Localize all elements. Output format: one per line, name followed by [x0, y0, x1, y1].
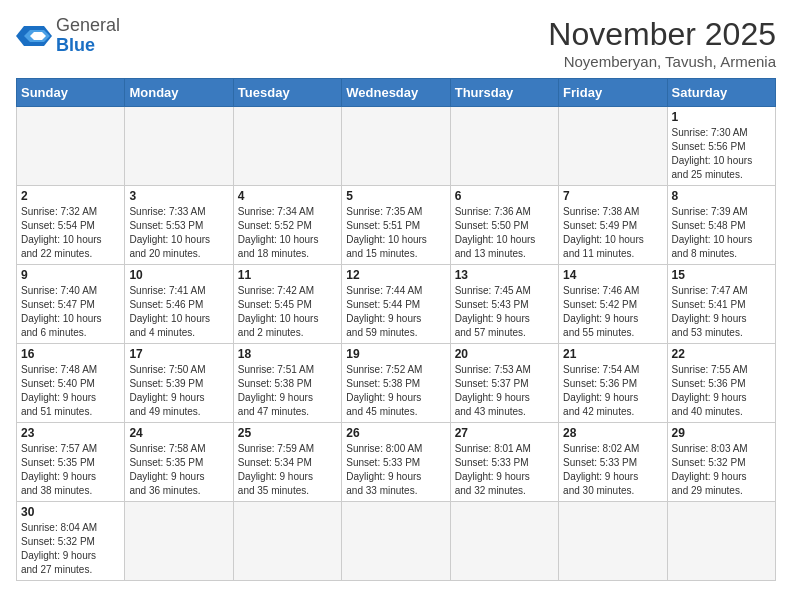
- day-number: 11: [238, 268, 337, 282]
- day-info: Sunrise: 7:34 AM Sunset: 5:52 PM Dayligh…: [238, 205, 337, 261]
- day-info: Sunrise: 8:04 AM Sunset: 5:32 PM Dayligh…: [21, 521, 120, 577]
- day-info: Sunrise: 7:35 AM Sunset: 5:51 PM Dayligh…: [346, 205, 445, 261]
- day-info: Sunrise: 7:52 AM Sunset: 5:38 PM Dayligh…: [346, 363, 445, 419]
- day-info: Sunrise: 7:40 AM Sunset: 5:47 PM Dayligh…: [21, 284, 120, 340]
- day-number: 21: [563, 347, 662, 361]
- day-number: 10: [129, 268, 228, 282]
- day-cell-28: 28Sunrise: 8:02 AM Sunset: 5:33 PM Dayli…: [559, 423, 667, 502]
- day-info: Sunrise: 7:44 AM Sunset: 5:44 PM Dayligh…: [346, 284, 445, 340]
- page-header: General Blue November 2025 Noyemberyan, …: [16, 16, 776, 70]
- day-info: Sunrise: 7:50 AM Sunset: 5:39 PM Dayligh…: [129, 363, 228, 419]
- day-number: 17: [129, 347, 228, 361]
- day-number: 3: [129, 189, 228, 203]
- day-number: 23: [21, 426, 120, 440]
- day-number: 13: [455, 268, 554, 282]
- weekday-header-friday: Friday: [559, 79, 667, 107]
- day-info: Sunrise: 8:03 AM Sunset: 5:32 PM Dayligh…: [672, 442, 771, 498]
- day-info: Sunrise: 8:00 AM Sunset: 5:33 PM Dayligh…: [346, 442, 445, 498]
- day-info: Sunrise: 7:58 AM Sunset: 5:35 PM Dayligh…: [129, 442, 228, 498]
- day-cell-16: 16Sunrise: 7:48 AM Sunset: 5:40 PM Dayli…: [17, 344, 125, 423]
- day-number: 2: [21, 189, 120, 203]
- day-cell-12: 12Sunrise: 7:44 AM Sunset: 5:44 PM Dayli…: [342, 265, 450, 344]
- day-cell-23: 23Sunrise: 7:57 AM Sunset: 5:35 PM Dayli…: [17, 423, 125, 502]
- empty-cell: [342, 107, 450, 186]
- day-cell-29: 29Sunrise: 8:03 AM Sunset: 5:32 PM Dayli…: [667, 423, 775, 502]
- empty-cell: [125, 107, 233, 186]
- calendar-row: 30Sunrise: 8:04 AM Sunset: 5:32 PM Dayli…: [17, 502, 776, 581]
- weekday-header-row: SundayMondayTuesdayWednesdayThursdayFrid…: [17, 79, 776, 107]
- empty-cell: [125, 502, 233, 581]
- day-cell-7: 7Sunrise: 7:38 AM Sunset: 5:49 PM Daylig…: [559, 186, 667, 265]
- day-info: Sunrise: 7:41 AM Sunset: 5:46 PM Dayligh…: [129, 284, 228, 340]
- empty-cell: [450, 502, 558, 581]
- logo: General Blue: [16, 16, 120, 56]
- day-number: 6: [455, 189, 554, 203]
- day-cell-30: 30Sunrise: 8:04 AM Sunset: 5:32 PM Dayli…: [17, 502, 125, 581]
- day-number: 4: [238, 189, 337, 203]
- day-cell-8: 8Sunrise: 7:39 AM Sunset: 5:48 PM Daylig…: [667, 186, 775, 265]
- empty-cell: [342, 502, 450, 581]
- day-cell-26: 26Sunrise: 8:00 AM Sunset: 5:33 PM Dayli…: [342, 423, 450, 502]
- day-info: Sunrise: 7:38 AM Sunset: 5:49 PM Dayligh…: [563, 205, 662, 261]
- day-info: Sunrise: 7:42 AM Sunset: 5:45 PM Dayligh…: [238, 284, 337, 340]
- day-cell-11: 11Sunrise: 7:42 AM Sunset: 5:45 PM Dayli…: [233, 265, 341, 344]
- calendar-table: SundayMondayTuesdayWednesdayThursdayFrid…: [16, 78, 776, 581]
- day-cell-4: 4Sunrise: 7:34 AM Sunset: 5:52 PM Daylig…: [233, 186, 341, 265]
- empty-cell: [17, 107, 125, 186]
- calendar-title: November 2025: [548, 16, 776, 53]
- calendar-row: 23Sunrise: 7:57 AM Sunset: 5:35 PM Dayli…: [17, 423, 776, 502]
- calendar-row: 16Sunrise: 7:48 AM Sunset: 5:40 PM Dayli…: [17, 344, 776, 423]
- calendar-row: 9Sunrise: 7:40 AM Sunset: 5:47 PM Daylig…: [17, 265, 776, 344]
- day-info: Sunrise: 7:45 AM Sunset: 5:43 PM Dayligh…: [455, 284, 554, 340]
- day-info: Sunrise: 8:02 AM Sunset: 5:33 PM Dayligh…: [563, 442, 662, 498]
- day-number: 14: [563, 268, 662, 282]
- calendar-row: 2Sunrise: 7:32 AM Sunset: 5:54 PM Daylig…: [17, 186, 776, 265]
- day-number: 1: [672, 110, 771, 124]
- day-info: Sunrise: 7:36 AM Sunset: 5:50 PM Dayligh…: [455, 205, 554, 261]
- day-info: Sunrise: 7:32 AM Sunset: 5:54 PM Dayligh…: [21, 205, 120, 261]
- day-number: 26: [346, 426, 445, 440]
- day-info: Sunrise: 7:54 AM Sunset: 5:36 PM Dayligh…: [563, 363, 662, 419]
- logo-text: General Blue: [56, 16, 120, 56]
- day-info: Sunrise: 7:48 AM Sunset: 5:40 PM Dayligh…: [21, 363, 120, 419]
- weekday-header-thursday: Thursday: [450, 79, 558, 107]
- calendar-subtitle: Noyemberyan, Tavush, Armenia: [548, 53, 776, 70]
- day-number: 18: [238, 347, 337, 361]
- day-number: 12: [346, 268, 445, 282]
- weekday-header-saturday: Saturday: [667, 79, 775, 107]
- day-number: 15: [672, 268, 771, 282]
- day-number: 25: [238, 426, 337, 440]
- day-info: Sunrise: 7:46 AM Sunset: 5:42 PM Dayligh…: [563, 284, 662, 340]
- day-info: Sunrise: 7:53 AM Sunset: 5:37 PM Dayligh…: [455, 363, 554, 419]
- day-cell-21: 21Sunrise: 7:54 AM Sunset: 5:36 PM Dayli…: [559, 344, 667, 423]
- day-cell-9: 9Sunrise: 7:40 AM Sunset: 5:47 PM Daylig…: [17, 265, 125, 344]
- day-info: Sunrise: 7:30 AM Sunset: 5:56 PM Dayligh…: [672, 126, 771, 182]
- empty-cell: [667, 502, 775, 581]
- weekday-header-monday: Monday: [125, 79, 233, 107]
- empty-cell: [559, 107, 667, 186]
- empty-cell: [233, 502, 341, 581]
- empty-cell: [559, 502, 667, 581]
- day-info: Sunrise: 7:59 AM Sunset: 5:34 PM Dayligh…: [238, 442, 337, 498]
- day-info: Sunrise: 7:47 AM Sunset: 5:41 PM Dayligh…: [672, 284, 771, 340]
- weekday-header-wednesday: Wednesday: [342, 79, 450, 107]
- day-info: Sunrise: 8:01 AM Sunset: 5:33 PM Dayligh…: [455, 442, 554, 498]
- day-cell-3: 3Sunrise: 7:33 AM Sunset: 5:53 PM Daylig…: [125, 186, 233, 265]
- day-cell-5: 5Sunrise: 7:35 AM Sunset: 5:51 PM Daylig…: [342, 186, 450, 265]
- day-number: 16: [21, 347, 120, 361]
- day-cell-25: 25Sunrise: 7:59 AM Sunset: 5:34 PM Dayli…: [233, 423, 341, 502]
- day-info: Sunrise: 7:39 AM Sunset: 5:48 PM Dayligh…: [672, 205, 771, 261]
- day-cell-13: 13Sunrise: 7:45 AM Sunset: 5:43 PM Dayli…: [450, 265, 558, 344]
- calendar-row: 1Sunrise: 7:30 AM Sunset: 5:56 PM Daylig…: [17, 107, 776, 186]
- day-number: 20: [455, 347, 554, 361]
- day-number: 19: [346, 347, 445, 361]
- empty-cell: [233, 107, 341, 186]
- day-number: 28: [563, 426, 662, 440]
- empty-cell: [450, 107, 558, 186]
- day-cell-1: 1Sunrise: 7:30 AM Sunset: 5:56 PM Daylig…: [667, 107, 775, 186]
- day-cell-10: 10Sunrise: 7:41 AM Sunset: 5:46 PM Dayli…: [125, 265, 233, 344]
- day-number: 8: [672, 189, 771, 203]
- day-cell-15: 15Sunrise: 7:47 AM Sunset: 5:41 PM Dayli…: [667, 265, 775, 344]
- day-number: 5: [346, 189, 445, 203]
- weekday-header-tuesday: Tuesday: [233, 79, 341, 107]
